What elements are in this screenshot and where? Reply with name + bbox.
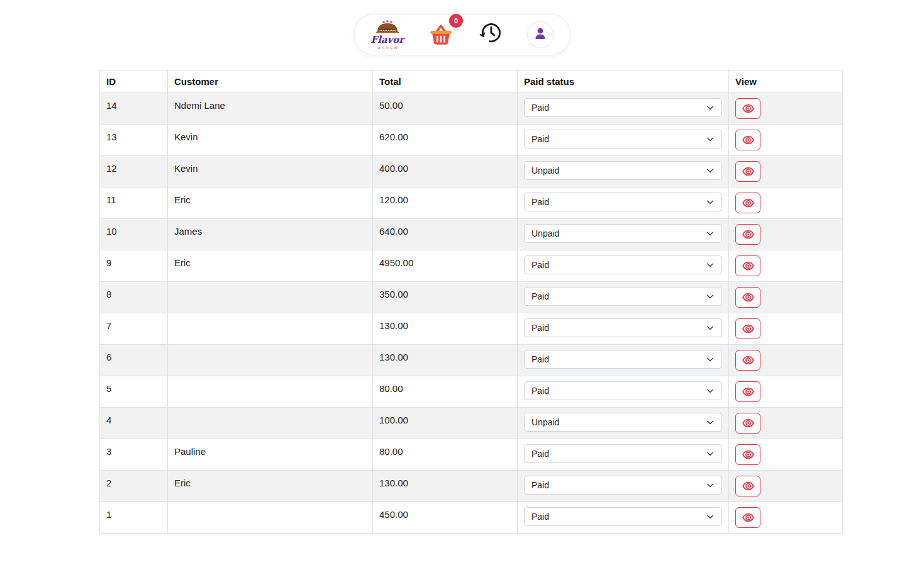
view-cell	[729, 93, 843, 125]
view-button[interactable]	[735, 224, 760, 245]
chevron-down-icon	[706, 323, 715, 332]
paid-status-value: Unpaid	[532, 417, 559, 427]
table-row: 13 Kevin 620.00 Paid	[100, 125, 843, 156]
eye-icon	[742, 259, 755, 272]
customer-cell	[168, 313, 373, 345]
total-cell: 130.00	[373, 345, 518, 376]
paid-status-cell: Paid	[518, 471, 729, 502]
paid-status-value: Paid	[532, 512, 549, 522]
chevron-down-icon	[706, 292, 715, 301]
paid-status-select[interactable]: Unpaid	[524, 413, 722, 432]
table-row: 4 100.00 Unpaid	[100, 408, 843, 439]
view-button[interactable]	[735, 444, 760, 465]
paid-status-select[interactable]: Paid	[524, 350, 722, 369]
paid-status-select[interactable]: Paid	[524, 444, 722, 463]
chevron-down-icon	[706, 103, 715, 112]
topbar-wrapper: Flavor HAVEN 0	[0, 0, 924, 55]
paid-status-cell: Paid	[518, 313, 729, 345]
history-clock-icon	[478, 21, 503, 48]
paid-status-select[interactable]: Unpaid	[524, 224, 722, 243]
view-cell	[729, 125, 843, 156]
paid-status-select[interactable]: Paid	[524, 98, 722, 117]
order-id-cell: 11	[100, 188, 168, 219]
view-button[interactable]	[735, 507, 760, 528]
total-cell: 80.00	[373, 439, 518, 471]
customer-cell	[168, 282, 373, 313]
paid-status-cell: Paid	[518, 502, 729, 534]
header-row: ID Customer Total Paid status View	[100, 70, 843, 93]
chevron-down-icon	[706, 355, 715, 364]
table-row: 14 Ndemi Lane 50.00 Paid	[100, 93, 843, 125]
brand-name: Flavor	[371, 35, 404, 45]
eye-icon	[742, 354, 755, 367]
header-view: View	[729, 70, 843, 93]
table-row: 2 Eric 130.00 Paid	[100, 471, 843, 502]
order-id-cell: 1	[100, 502, 168, 534]
table-row: 7 130.00 Paid	[100, 313, 843, 345]
chevron-down-icon	[706, 449, 715, 458]
header-paid-status: Paid status	[518, 70, 729, 93]
cart-count-badge: 0	[449, 14, 463, 28]
eye-icon	[742, 133, 755, 147]
view-button[interactable]	[735, 287, 760, 308]
view-cell	[729, 471, 843, 502]
customer-cell	[168, 345, 373, 376]
view-cell	[729, 376, 843, 408]
paid-status-value: Paid	[532, 449, 549, 459]
paid-status-cell: Unpaid	[518, 156, 729, 188]
paid-status-value: Unpaid	[532, 228, 559, 238]
order-id-cell: 12	[100, 156, 168, 188]
customer-cell	[168, 502, 373, 534]
view-cell	[729, 313, 843, 345]
customer-cell: Eric	[168, 250, 373, 282]
paid-status-select[interactable]: Paid	[524, 287, 722, 306]
total-cell: 80.00	[373, 376, 518, 408]
paid-status-select[interactable]: Paid	[524, 318, 722, 337]
eye-icon	[742, 479, 755, 493]
paid-status-select[interactable]: Paid	[524, 193, 722, 211]
history-button[interactable]	[478, 21, 503, 48]
basket-icon	[428, 21, 454, 48]
table-row: 9 Eric 4950.00 Paid	[100, 250, 843, 282]
paid-status-select[interactable]: Paid	[524, 255, 722, 274]
chevron-down-icon	[706, 481, 715, 490]
orders-table: ID Customer Total Paid status View 14 Nd…	[99, 70, 843, 534]
paid-status-select[interactable]: Paid	[524, 130, 722, 148]
paid-status-cell: Paid	[518, 188, 729, 219]
view-button[interactable]	[735, 413, 760, 434]
paid-status-select[interactable]: Paid	[524, 476, 722, 495]
brand-logo[interactable]: Flavor HAVEN	[371, 20, 404, 50]
total-cell: 620.00	[373, 125, 518, 156]
view-button[interactable]	[735, 255, 760, 276]
paid-status-select[interactable]: Paid	[524, 507, 722, 526]
paid-status-value: Paid	[532, 323, 549, 333]
paid-status-select[interactable]: Paid	[524, 381, 722, 400]
total-cell: 4950.00	[373, 250, 518, 282]
view-button[interactable]	[735, 98, 760, 119]
cart-button[interactable]: 0	[428, 21, 454, 48]
paid-status-value: Paid	[532, 480, 549, 490]
view-button[interactable]	[735, 161, 760, 182]
customer-cell: Kevin	[168, 125, 373, 156]
order-id-cell: 3	[100, 439, 168, 471]
table-row: 5 80.00 Paid	[100, 376, 843, 408]
paid-status-select[interactable]: Unpaid	[524, 161, 722, 180]
chevron-down-icon	[706, 198, 715, 206]
view-button[interactable]	[735, 318, 760, 339]
view-cell	[729, 188, 843, 219]
total-cell: 50.00	[373, 93, 518, 125]
paid-status-value: Paid	[532, 291, 549, 301]
view-button[interactable]	[735, 381, 760, 402]
customer-cell: James	[168, 219, 373, 250]
eye-icon	[742, 322, 755, 335]
account-button[interactable]	[527, 21, 554, 48]
view-button[interactable]	[735, 350, 760, 371]
table-row: 1 450.00 Paid	[100, 502, 843, 534]
order-id-cell: 9	[100, 250, 168, 282]
view-button[interactable]	[735, 193, 760, 213]
view-button[interactable]	[735, 130, 760, 150]
paid-status-cell: Unpaid	[518, 219, 729, 250]
eye-icon	[742, 102, 755, 115]
customer-cell: Eric	[168, 188, 373, 219]
view-button[interactable]	[735, 476, 760, 496]
